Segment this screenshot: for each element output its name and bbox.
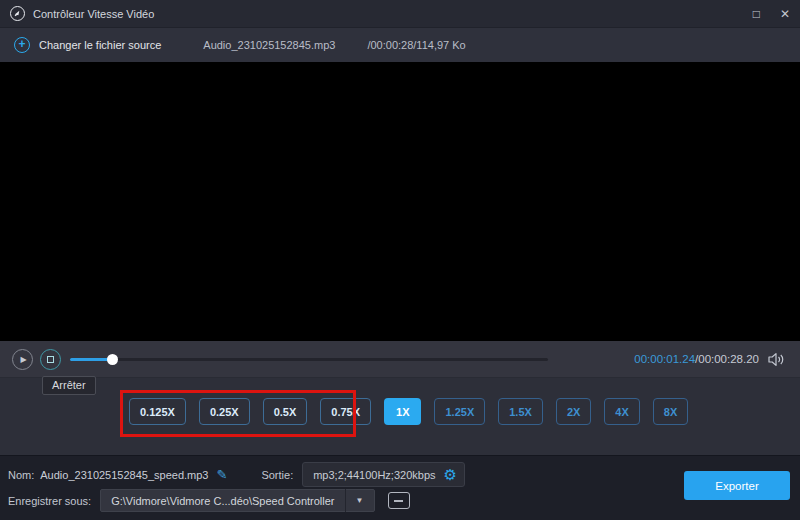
- save-row: Enregistrer sous: G:\Vidmore\Vidmore C..…: [8, 489, 410, 512]
- speed-button-0125x[interactable]: 0.125X: [129, 398, 186, 425]
- speed-button-8x[interactable]: 8X: [653, 398, 688, 425]
- playback-bar: ▶ 00:00:01.24 /00:00:28.20: [0, 341, 800, 377]
- speed-button-075x[interactable]: 0.75X: [320, 398, 371, 425]
- speed-button-125x[interactable]: 1.25X: [434, 398, 485, 425]
- current-time: 00:00:01.24: [634, 353, 695, 365]
- name-row: Nom: Audio_231025152845_speed.mp3 ✎ Sort…: [8, 462, 465, 487]
- speed-button-1x-selected[interactable]: 1X: [384, 398, 421, 425]
- save-path-value: G:\Vidmore\Vidmore C...déo\Speed Control…: [101, 495, 344, 507]
- dropdown-arrow-icon[interactable]: ▼: [346, 496, 374, 505]
- source-filename: Audio_231025152845.mp3: [203, 39, 335, 51]
- speed-controller-window: Contrôleur Vitesse Vidéo □ ✕ + Changer l…: [0, 0, 800, 520]
- export-button[interactable]: Exporter: [684, 471, 790, 500]
- video-preview: [0, 62, 800, 341]
- change-source-button[interactable]: Changer le fichier source: [39, 39, 161, 51]
- speed-button-row: 0.125X 0.25X 0.5X 0.75X 1X 1.25X 1.5X 2X…: [129, 398, 688, 425]
- format-value: mp3;2;44100Hz;320kbps: [313, 469, 435, 481]
- volume-icon: [767, 352, 786, 367]
- format-settings-gear-icon[interactable]: ⚙: [444, 467, 457, 482]
- browse-folder-icon[interactable]: [388, 492, 410, 509]
- save-path-dropdown[interactable]: G:\Vidmore\Vidmore C...déo\Speed Control…: [100, 489, 374, 512]
- add-file-icon[interactable]: +: [14, 37, 30, 53]
- speed-button-15x[interactable]: 1.5X: [498, 398, 543, 425]
- play-icon: ▶: [18, 355, 26, 364]
- slider-fill: [70, 358, 113, 361]
- name-label: Nom:: [8, 469, 34, 481]
- edit-name-icon[interactable]: ✎: [217, 467, 228, 482]
- window-title: Contrôleur Vitesse Vidéo: [33, 8, 154, 20]
- time-display: 00:00:01.24 /00:00:28.20: [634, 353, 759, 365]
- speed-button-2x[interactable]: 2X: [556, 398, 591, 425]
- play-button[interactable]: ▶: [12, 349, 33, 370]
- speed-button-4x[interactable]: 4X: [604, 398, 639, 425]
- source-file-info: /00:00:28/114,97 Ko: [367, 39, 465, 51]
- output-bar: Nom: Audio_231025152845_speed.mp3 ✎ Sort…: [0, 455, 800, 520]
- maximize-icon[interactable]: □: [753, 8, 760, 20]
- progress-slider[interactable]: [70, 352, 548, 366]
- stop-tooltip: Arrêter: [42, 376, 96, 395]
- format-field[interactable]: mp3;2;44100Hz;320kbps ⚙: [302, 462, 465, 487]
- slider-track[interactable]: [70, 358, 548, 361]
- speed-button-05x[interactable]: 0.5X: [263, 398, 308, 425]
- close-icon[interactable]: ✕: [780, 8, 790, 20]
- stop-icon: [47, 356, 54, 363]
- format-label: Sortie:: [261, 469, 293, 481]
- speed-section: 0.125X 0.25X 0.5X 0.75X 1X 1.25X 1.5X 2X…: [0, 377, 800, 455]
- save-label: Enregistrer sous:: [8, 495, 91, 507]
- slider-thumb[interactable]: [107, 354, 118, 365]
- title-bar: Contrôleur Vitesse Vidéo □ ✕: [0, 0, 800, 27]
- source-bar: + Changer le fichier source Audio_231025…: [0, 27, 800, 62]
- app-logo-icon: [10, 6, 25, 21]
- total-time: /00:00:28.20: [695, 353, 759, 365]
- volume-button[interactable]: [767, 352, 786, 367]
- stop-button[interactable]: [40, 349, 61, 370]
- speed-button-025x[interactable]: 0.25X: [199, 398, 250, 425]
- output-filename: Audio_231025152845_speed.mp3: [40, 469, 208, 481]
